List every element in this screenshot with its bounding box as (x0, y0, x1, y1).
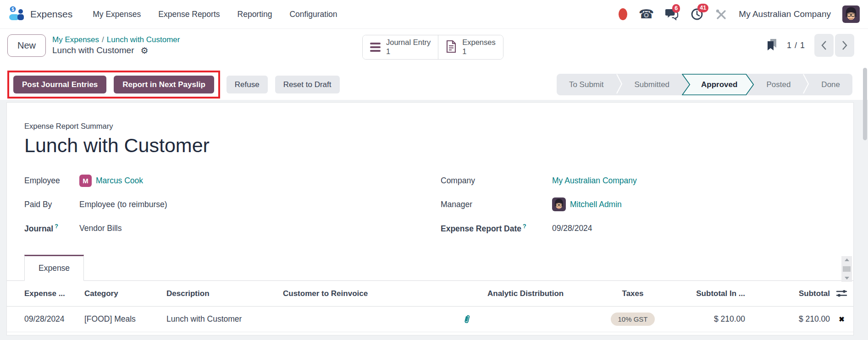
gear-icon[interactable]: ⚙ (138, 46, 151, 55)
svg-text:$: $ (11, 7, 14, 12)
status-step-to-submit[interactable]: To Submit (557, 74, 616, 95)
journal-field-row: Journal? Vendor Bills (24, 216, 441, 240)
journal-value[interactable]: Vendor Bills (79, 224, 122, 233)
form-sheet: Expense Report Summary Lunch with Custom… (6, 102, 854, 335)
expenses-app-icon: $ (8, 5, 26, 23)
report-date-field-row: Expense Report Date? 09/28/2024 (441, 216, 842, 240)
activities-count-badge: 41 (697, 4, 708, 12)
status-step-posted[interactable]: Posted (754, 74, 803, 95)
wrench-screwdriver-icon (715, 8, 727, 21)
col-analytic-distribution[interactable]: Analytic Distribution (487, 289, 603, 298)
status-step-done[interactable]: Done (809, 74, 852, 95)
app-name: Expenses (30, 9, 72, 20)
breadcrumb-parent-link[interactable]: My Expenses (52, 35, 99, 44)
bookmark-icon[interactable] (766, 38, 778, 53)
reset-to-draft-button[interactable]: Reset to Draft (275, 76, 340, 93)
user-avatar[interactable] (842, 5, 860, 23)
voip-phone-icon[interactable]: ☎ (639, 8, 654, 21)
manager-link[interactable]: Mitchell Admin (570, 200, 622, 209)
support-tools-icon[interactable] (715, 8, 727, 21)
scrollbar-thumb[interactable] (843, 266, 851, 272)
breadcrumb-current-link[interactable]: Lunch with Customer (107, 35, 180, 44)
cell-expense-date[interactable]: 09/28/2024 (7, 314, 84, 324)
delete-row-icon[interactable]: ✖ (839, 315, 845, 324)
phone-glyph: ☎ (639, 8, 654, 21)
manager-field-row: Manager (441, 192, 842, 216)
paid-by-label: Paid By (24, 200, 79, 209)
record-name: Lunch with Customer (52, 45, 134, 56)
refuse-button[interactable]: Refuse (227, 76, 268, 93)
statusbar: To Submit Submitted Approved Posted Done (557, 74, 852, 95)
col-subtotal-in[interactable]: Subtotal In ... (663, 289, 745, 298)
control-panel: New My Expenses/Lunch with Customer Lunc… (0, 29, 868, 62)
col-description[interactable]: Description (166, 289, 283, 298)
journal-entry-smart-button[interactable]: Journal Entry 1 (363, 35, 438, 59)
action-bar: Post Journal Entries Report in Next Pays… (0, 62, 868, 100)
pager-next-button[interactable] (835, 34, 854, 57)
content-area: Expense Report Summary Lunch with Custom… (0, 100, 868, 340)
col-customer-to-reinvoice[interactable]: Customer to Reinvoice (283, 289, 487, 298)
col-subtotal[interactable]: Subtotal (745, 289, 830, 298)
company-switcher[interactable]: My Australian Company (739, 9, 831, 19)
notebook: Expense Expense ... Category Description… (7, 255, 853, 332)
menu-configuration[interactable]: Configuration (288, 8, 338, 21)
col-expense-date[interactable]: Expense ... (7, 289, 84, 298)
journal-label: Journal? (24, 223, 79, 234)
employee-label: Employee (24, 176, 79, 186)
manager-avatar (552, 197, 566, 211)
cell-subtotal-in[interactable]: $ 210.00 (663, 314, 745, 324)
report-in-next-payslip-button[interactable]: Report in Next Payslip (114, 76, 214, 93)
cell-description[interactable]: Lunch with Customer (166, 314, 283, 324)
employee-field-row: Employee M Marcus Cook (24, 169, 441, 192)
expenses-smart-button[interactable]: Expenses 1 (438, 35, 503, 59)
expense-lines-table: Expense ... Category Description Custome… (7, 281, 853, 332)
expenses-label: Expenses (462, 38, 495, 46)
report-date-label: Expense Report Date? (441, 223, 552, 234)
scroll-up-icon[interactable] (845, 258, 849, 261)
cell-customer-to-reinvoice[interactable] (283, 314, 487, 324)
scroll-down-icon[interactable] (845, 277, 849, 280)
tab-expense[interactable]: Expense (24, 255, 84, 281)
smart-buttons: Journal Entry 1 Expenses 1 (362, 35, 503, 60)
journal-help-icon[interactable]: ? (55, 223, 58, 230)
active-step-label: Approved (701, 80, 737, 89)
breadcrumb-separator: / (99, 35, 107, 44)
messages-icon[interactable]: 6 (665, 8, 679, 21)
paperclip-icon[interactable] (463, 314, 471, 324)
optional-columns-icon[interactable] (836, 289, 847, 298)
employee-link[interactable]: Marcus Cook (96, 176, 143, 186)
report-date-value[interactable]: 09/28/2024 (552, 224, 592, 233)
status-step-submitted[interactable]: Submitted (622, 74, 682, 95)
report-date-help-icon[interactable]: ? (523, 223, 526, 230)
menu-my-expenses[interactable]: My Expenses (92, 8, 142, 21)
user-avatar-image (842, 5, 860, 23)
company-label: Company (441, 176, 552, 186)
expenses-count: 1 (462, 47, 466, 55)
app-brand[interactable]: $ Expenses (8, 5, 72, 23)
page-title[interactable]: Lunch with Customer (24, 134, 842, 157)
pager-area: 1 / 1 (766, 34, 861, 57)
page-scrollbar-thumb[interactable] (863, 68, 867, 140)
cell-subtotal[interactable]: $ 210.00 (745, 314, 830, 324)
col-category[interactable]: Category (84, 289, 166, 298)
manager-label: Manager (441, 200, 552, 209)
company-link[interactable]: My Australian Company (552, 176, 637, 186)
post-journal-entries-button[interactable]: Post Journal Entries (13, 76, 106, 93)
menu-reporting[interactable]: Reporting (237, 8, 273, 21)
activities-icon[interactable]: 41 (691, 8, 703, 21)
cell-category[interactable]: [FOOD] Meals (84, 314, 166, 324)
menu-expense-reports[interactable]: Expense Reports (157, 8, 221, 21)
cell-taxes[interactable]: 10% GST (603, 313, 663, 326)
journal-entries-icon (370, 43, 381, 52)
table-row[interactable]: 09/28/2024 [FOOD] Meals Lunch with Custo… (7, 307, 853, 332)
col-taxes[interactable]: Taxes (603, 289, 663, 298)
pager-previous-button[interactable] (814, 34, 834, 57)
paid-by-value[interactable]: Employee (to reimburse) (79, 200, 167, 209)
tax-tag[interactable]: 10% GST (611, 313, 654, 326)
table-mini-scrollbar[interactable] (841, 256, 852, 282)
employee-avatar: M (79, 175, 92, 187)
new-button[interactable]: New (7, 34, 46, 57)
messages-count-badge: 6 (672, 4, 680, 13)
paid-by-field-row: Paid By Employee (to reimburse) (24, 192, 441, 216)
status-step-approved[interactable]: Approved (682, 74, 754, 95)
